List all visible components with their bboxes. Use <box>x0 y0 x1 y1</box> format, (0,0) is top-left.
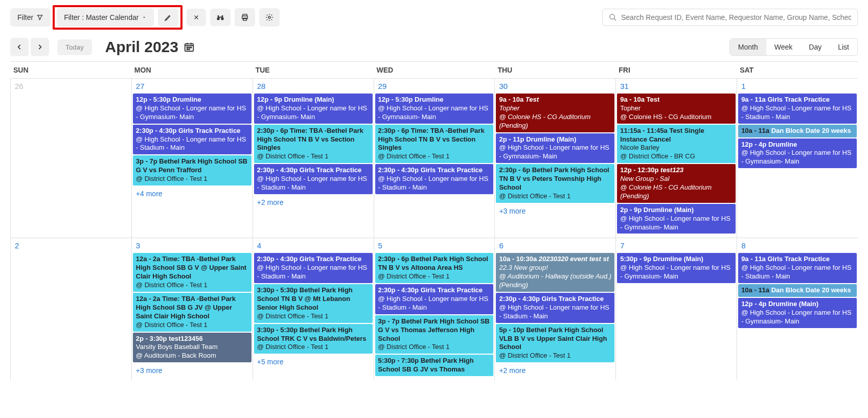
filter-master-button[interactable]: Filter : Master Calendar <box>57 8 154 27</box>
calendar-cell[interactable]: 75:30p - 9p Drumline (Main)@ High School… <box>615 238 737 380</box>
next-button[interactable] <box>31 38 49 56</box>
calendar-event[interactable]: 2:30p - 4:30p Girls Track Practice@ High… <box>254 164 373 194</box>
event-title: 2p - 3:30p test123456 <box>136 335 248 343</box>
calendar-event[interactable]: 11:15a - 11:45a Test Single Instance Can… <box>617 125 736 164</box>
day-number[interactable]: 5 <box>375 239 494 253</box>
event-title: 2p - 9p Drumline (Main) <box>620 206 733 215</box>
day-number[interactable]: 8 <box>738 239 857 253</box>
calendar-cell[interactable]: 312a - 2a Time: TBA -Bethel Park High Sc… <box>131 238 253 380</box>
calendar-event[interactable]: 2:30p - 6p Time: TBA -Bethel Park High S… <box>375 125 494 164</box>
calendar-event[interactable]: 12p - 12:30p test123New Group - Sal@ Col… <box>617 164 736 203</box>
more-link[interactable]: +2 more <box>496 363 614 375</box>
calendar-event[interactable]: 12p - 5:30p Drumline@ High School - Long… <box>375 94 494 124</box>
more-link[interactable]: +2 more <box>254 195 373 206</box>
calendar-event[interactable]: 3:30p - 5:30p Bethel Park High School TR… <box>254 324 373 354</box>
today-button[interactable]: Today <box>57 39 92 55</box>
calendar-cell[interactable]: 89a - 11a Girls Track Practice@ High Sch… <box>737 238 858 380</box>
clear-filter-button[interactable] <box>187 9 206 26</box>
search-input[interactable] <box>621 13 851 21</box>
svg-point-8 <box>268 16 270 18</box>
calendar-event[interactable]: 3:30p - 5:30p Bethel Park High School TN… <box>254 284 373 323</box>
more-link[interactable]: +4 more <box>133 187 252 198</box>
prev-button[interactable] <box>10 38 29 56</box>
calendar-event[interactable]: 9a - 10a TestTopher@ Colonie HS - CG Aud… <box>496 94 614 132</box>
calendar-event[interactable]: 12p - 4p Drumline (Main)@ High School - … <box>738 298 857 328</box>
calendar-event[interactable]: 12p - 9p Drumline (Main)@ High School - … <box>254 94 373 124</box>
calendar-event[interactable]: 10a - 11a Dan Block Date 20 weeks <box>738 284 857 297</box>
more-link[interactable]: +3 more <box>496 204 614 215</box>
calendar-cell[interactable]: 2812p - 9p Drumline (Main)@ High School … <box>253 78 374 238</box>
event-title: 12p - 12:30p test123 <box>620 166 733 175</box>
day-number[interactable]: 29 <box>375 80 494 94</box>
day-number[interactable]: 31 <box>617 80 736 94</box>
day-number[interactable]: 1 <box>738 80 857 94</box>
view-list[interactable]: List <box>830 39 857 55</box>
day-number[interactable]: 27 <box>133 80 252 94</box>
view-week[interactable]: Week <box>766 39 801 55</box>
day-number[interactable]: 3 <box>133 239 252 253</box>
calendar-cell[interactable]: 2912p - 5:30p Drumline@ High School - Lo… <box>374 78 495 238</box>
calendar-event[interactable]: 10a - 10:30a 20230320 event test st22.3 … <box>496 253 614 292</box>
calendar-cell[interactable]: 309a - 10a TestTopher@ Colonie HS - CG A… <box>494 78 615 238</box>
print-button[interactable] <box>235 8 255 27</box>
view-day[interactable]: Day <box>801 39 830 55</box>
calendar-event[interactable]: 2p - 11p Drumline (Main)@ High School - … <box>496 133 614 164</box>
calendar-cell[interactable]: 2 <box>10 238 131 380</box>
calendar-event[interactable]: 2:30p - 4:30p Girls Track Practice@ High… <box>375 284 494 314</box>
search-box[interactable] <box>602 9 858 26</box>
calendar-event[interactable]: 5:30p - 9p Drumline (Main)@ High School … <box>617 253 736 283</box>
calendar-cell[interactable]: 2712p - 5:30p Drumline@ High School - Lo… <box>131 78 253 238</box>
calendar-event[interactable]: 3p - 7p Bethel Park High School SB G V v… <box>133 155 252 185</box>
day-number[interactable]: 28 <box>254 80 373 94</box>
day-number[interactable]: 30 <box>496 80 614 94</box>
more-link[interactable]: +3 more <box>133 363 252 375</box>
pencil-icon <box>164 13 172 21</box>
calendar-event[interactable]: 2p - 9p Drumline (Main)@ High School - L… <box>617 204 736 234</box>
calendar-event[interactable]: 9a - 10a TestTopher@ Colonie HS - CG Aud… <box>617 94 736 124</box>
day-number[interactable]: 4 <box>254 239 373 253</box>
view-month[interactable]: Month <box>730 39 766 55</box>
calendar-event[interactable]: 10a - 11a Dan Block Date 20 weeks <box>738 125 857 137</box>
more-link[interactable]: +5 more <box>254 355 373 366</box>
day-number[interactable]: 6 <box>496 239 614 253</box>
title-text: April 2023 <box>105 38 178 56</box>
calendar-event[interactable]: 12a - 2a Time: TBA -Bethel Park High Sch… <box>133 253 252 292</box>
find-button[interactable] <box>210 9 231 26</box>
calendar-event[interactable]: 9a - 11a Girls Track Practice@ High Scho… <box>738 94 857 124</box>
calendar-event[interactable]: 9a - 11a Girls Track Practice@ High Scho… <box>738 253 857 283</box>
calendar-event[interactable]: 12p - 5:30p Drumline@ High School - Long… <box>133 94 252 124</box>
calendar-cell[interactable]: 610a - 10:30a 20230320 event test st22.3… <box>494 238 615 380</box>
calendar-cell[interactable]: 42:30p - 4:30p Girls Track Practice@ Hig… <box>253 238 374 380</box>
calendar-cell[interactable]: 26 <box>10 78 131 238</box>
calendar-event[interactable]: 5:30p - 7:30p Bethel Park High School SB… <box>375 355 494 376</box>
calendar-event[interactable]: 2:30p - 6p Bethel Park High School TN B … <box>496 164 614 203</box>
calendar-event[interactable]: 2:30p - 4:30p Girls Track Practice@ High… <box>254 253 373 283</box>
event-title: 2:30p - 6p Bethel Park High School TN B … <box>499 166 611 192</box>
svg-rect-2 <box>218 15 219 17</box>
event-detail: @ High School - Longer name for HS - Sta… <box>257 264 370 281</box>
day-number[interactable]: 26 <box>12 80 130 94</box>
event-detail: Topher@ Colonie HS - CG Auditorium <box>620 104 733 122</box>
calendar-event[interactable]: 2:30p - 4:30p Girls Track Practice@ High… <box>496 293 614 323</box>
day-number[interactable]: 7 <box>617 239 736 253</box>
highlighted-filter-group: Filter : Master Calendar <box>53 5 182 30</box>
calendar-cell[interactable]: 319a - 10a TestTopher@ Colonie HS - CG A… <box>615 78 737 238</box>
filter-button[interactable]: Filter <box>10 8 51 27</box>
calendar-event[interactable]: 2p - 3:30p test123456Varsity Boys Baseba… <box>133 333 252 363</box>
calendar-cell[interactable]: 52:30p - 6p Bethel Park High School TN B… <box>374 238 495 380</box>
edit-filter-button[interactable] <box>158 8 178 27</box>
calendar-event[interactable]: 5p - 10p Bethel Park High School VLB B V… <box>496 324 614 363</box>
event-title: 11:15a - 11:45a Test Single Instance Can… <box>620 127 733 144</box>
calendar-event[interactable]: 2:30p - 6p Time: TBA -Bethel Park High S… <box>254 125 373 164</box>
calendar-event[interactable]: 2:30p - 4:30p Girls Track Practice@ High… <box>133 125 252 155</box>
calendar-icon[interactable] <box>184 41 195 53</box>
day-number[interactable]: 2 <box>12 239 130 253</box>
calendar-event[interactable]: 3p - 7p Bethel Park High School SB G V v… <box>375 315 494 354</box>
settings-button[interactable] <box>259 8 280 27</box>
calendar-event[interactable]: 12p - 4p Drumline@ High School - Longer … <box>738 138 857 169</box>
calendar-event[interactable]: 2:30p - 6p Bethel Park High School TN B … <box>375 253 494 283</box>
event-title: 2:30p - 4:30p Girls Track Practice <box>257 255 370 264</box>
calendar-event[interactable]: 2:30p - 4:30p Girls Track Practice@ High… <box>375 164 494 194</box>
calendar-cell[interactable]: 19a - 11a Girls Track Practice@ High Sch… <box>737 78 858 238</box>
calendar-event[interactable]: 12a - 2a Time: TBA -Bethel Park High Sch… <box>133 293 252 332</box>
